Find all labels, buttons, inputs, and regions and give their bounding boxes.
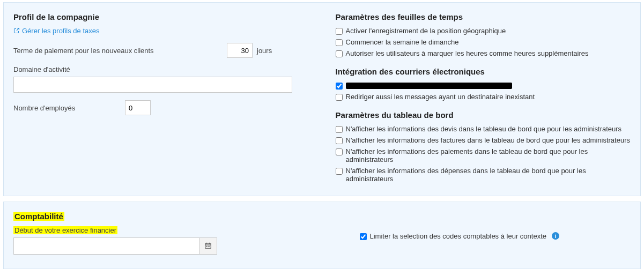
fiscal-start-input[interactable] [13,237,199,255]
tax-profiles-row: Gérer les profils de taxes [13,27,309,35]
fiscal-start-input-group [13,237,217,255]
sunday-checkbox[interactable] [336,39,343,46]
calendar-icon [204,242,212,251]
company-profile-panel: Profil de la compagnie Gérer les profils… [3,2,641,196]
payment-term-unit: jours [257,47,272,55]
activity-label: Domaine d'activité [13,65,309,73]
geo-label: Activer l'enregistrement de la position … [346,27,506,35]
dash-payments-checkbox[interactable] [336,148,343,155]
payment-term-row: Terme de paiement pour les nouveaux clie… [13,43,309,58]
settings-column: Paramètres des feuilles de temps Activer… [336,12,631,186]
email-redirect-label: Rediriger aussi les messages ayant un de… [346,93,535,101]
company-profile-column: Profil de la compagnie Gérer les profils… [13,12,309,186]
dash-quotes-label: N'afficher les informations des devis da… [346,125,622,133]
fiscal-start-row: Début de votre exercice financier [13,226,285,255]
calendar-button[interactable] [199,237,217,255]
geo-checkbox-row[interactable]: Activer l'enregistrement de la position … [336,27,631,35]
overtime-label: Autoriser les utilisateurs à marquer les… [346,49,589,57]
limit-codes-label: Limiter la selection des codes comptable… [370,232,547,240]
dash-expenses-checkbox[interactable] [336,168,343,175]
accounting-title: Comptabilité [13,212,285,221]
svg-rect-0 [205,243,211,248]
dash-payments-row[interactable]: N'afficher les informations des paiement… [336,147,631,163]
dash-invoices-label: N'afficher les informations des factures… [346,136,630,144]
accounting-panel: Comptabilité Début de votre exercice fin… [3,202,641,269]
geo-checkbox[interactable] [336,28,343,35]
manage-tax-profiles-label: Gérer les profils de taxes [22,27,100,35]
sunday-label: Commencer la semaine le dimanche [346,38,459,46]
dash-expenses-row[interactable]: N'afficher les informations des dépenses… [336,167,631,183]
company-profile-title: Profil de la compagnie [13,12,309,21]
overtime-checkbox-row[interactable]: Autoriser les utilisateurs à marquer les… [336,49,631,57]
accounting-left: Comptabilité Début de votre exercice fin… [13,212,285,259]
timesheet-title: Paramètres des feuilles de temps [336,12,631,21]
svg-rect-6 [209,246,210,247]
email-redirect-row[interactable]: Rediriger aussi les messages ayant un de… [336,93,631,101]
dash-payments-label: N'afficher les informations des paiement… [346,147,631,163]
employees-row: Nombre d'employés [13,100,309,115]
dash-invoices-row[interactable]: N'afficher les informations des factures… [336,136,631,144]
payment-term-label: Terme de paiement pour les nouveaux clie… [13,47,223,55]
info-icon[interactable]: i [552,232,559,240]
manage-tax-profiles-link[interactable]: Gérer les profils de taxes [13,27,100,35]
redacted-text [346,83,512,89]
email-redacted-row[interactable] [336,81,631,90]
dashboard-title: Paramètres du tableau de bord [336,110,631,120]
activity-row: Domaine d'activité [13,65,309,93]
employees-label: Nombre d'employés [13,104,121,112]
limit-codes-row[interactable]: Limiter la selection des codes comptable… [360,232,631,240]
fiscal-start-label: Début de votre exercice financier [13,226,285,234]
dash-quotes-row[interactable]: N'afficher les informations des devis da… [336,125,631,133]
svg-rect-5 [208,246,209,247]
columns: Profil de la compagnie Gérer les profils… [13,12,631,186]
payment-term-input[interactable] [227,43,253,58]
overtime-checkbox[interactable] [336,50,343,57]
email-redirect-checkbox[interactable] [336,94,343,101]
dash-quotes-checkbox[interactable] [336,126,343,133]
email-redacted-checkbox[interactable] [336,83,343,90]
sunday-checkbox-row[interactable]: Commencer la semaine le dimanche [336,38,631,46]
dash-expenses-label: N'afficher les informations des dépenses… [346,167,631,183]
dash-invoices-checkbox[interactable] [336,137,343,144]
activity-input[interactable] [13,77,292,93]
accounting-right: Limiter la selection des codes comptable… [312,212,631,259]
employees-input[interactable] [125,100,151,115]
limit-codes-checkbox[interactable] [360,233,367,240]
accounting-columns: Comptabilité Début de votre exercice fin… [13,212,631,259]
email-integration-title: Intégration des courriers électroniques [336,67,631,76]
svg-rect-4 [206,246,208,247]
external-link-icon [13,27,20,35]
